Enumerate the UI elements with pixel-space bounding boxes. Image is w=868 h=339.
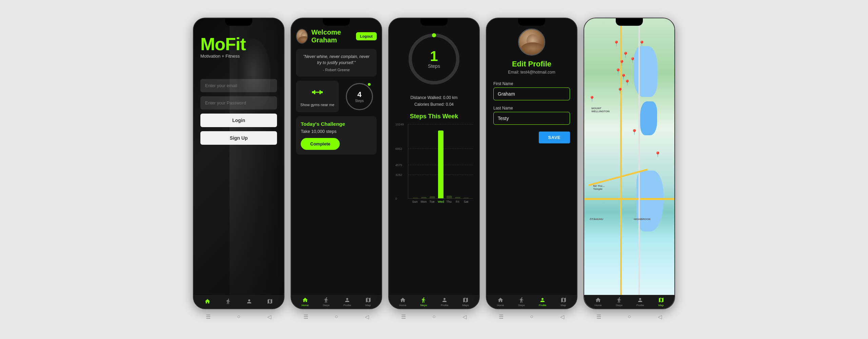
nav4-steps[interactable]: Steps: [518, 297, 525, 307]
android-back-2[interactable]: ◁: [363, 313, 371, 320]
map-label-otahuhu: ŌTĀHUHU: [590, 218, 603, 221]
android-back-5[interactable]: ◁: [656, 313, 664, 320]
challenge-text: Take 10,000 steps: [301, 129, 372, 134]
map-pin-11[interactable]: 📍: [617, 87, 624, 94]
chart-bars: [408, 124, 473, 198]
android-home-2[interactable]: ○: [333, 313, 340, 320]
map-pin-6[interactable]: 📍: [629, 57, 636, 63]
map-pin-10[interactable]: 📍: [654, 151, 661, 158]
gym-card[interactable]: Show gyms near me: [296, 81, 339, 112]
phone3-wrapper: 1 Steps Distance Walked: 0.00 km Calorie…: [388, 18, 480, 321]
android-nav-2: ☰ ○ ◁: [291, 312, 382, 321]
nav2-steps[interactable]: Steps: [323, 297, 330, 307]
profile-form: First Name Last Name SAVE: [493, 81, 570, 143]
bottom-nav-3: Home Steps Profile Maps: [389, 295, 479, 308]
road-horizontal: [584, 198, 674, 200]
svg-point-7: [432, 33, 436, 37]
map-pin-2[interactable]: 📍: [622, 52, 629, 58]
map-view[interactable]: MOUNTWELLINGTON ŌTĀHUHU HIGHBROOK NZ The…: [584, 18, 674, 295]
nav3-profile[interactable]: Profile: [441, 297, 449, 307]
bottom-nav-5: Home Steps Profile Map: [584, 295, 674, 308]
first-name-input[interactable]: [493, 87, 570, 100]
android-home-4[interactable]: ○: [528, 313, 535, 320]
nav3-steps[interactable]: Steps: [420, 297, 427, 307]
day-wed: Wed: [438, 200, 443, 203]
email-input[interactable]: [200, 79, 277, 92]
day-sat: Sat: [463, 200, 469, 203]
android-home[interactable]: ○: [235, 313, 242, 320]
map-pin-12[interactable]: 📍: [620, 74, 627, 80]
complete-button[interactable]: Complete: [301, 138, 340, 150]
challenge-title: Today's Challenge: [301, 121, 372, 127]
bar-mon: [421, 124, 427, 198]
water-body-3: [636, 171, 664, 232]
calories-text: Calories Burned: 0.04: [411, 101, 458, 108]
screens-container: MoFit Motivation + Fitness Login Sign Up: [186, 11, 682, 328]
last-name-input[interactable]: [493, 112, 570, 125]
quote-card: "Never whine, never complain, never try …: [296, 49, 377, 77]
nav4-profile[interactable]: Profile: [539, 297, 547, 307]
home-header: Welcome Graham Logout: [296, 28, 377, 44]
android-nav-1: ☰ ○ ◁: [193, 312, 284, 321]
nav3-home[interactable]: Home: [399, 297, 406, 307]
steps-label-small: Steps: [355, 99, 364, 103]
android-back[interactable]: ◁: [265, 313, 273, 320]
svg-rect-3: [319, 90, 321, 94]
map-pin-9[interactable]: 📍: [631, 129, 638, 135]
nav-map[interactable]: [267, 298, 273, 305]
android-back-4[interactable]: ◁: [558, 313, 566, 320]
middle-section: Show gyms near me 4 Steps: [296, 81, 377, 112]
nav5-map[interactable]: Map: [658, 297, 664, 307]
map-pin-7[interactable]: 📍: [638, 40, 645, 47]
android-menu-2[interactable]: ☰: [302, 313, 310, 320]
gym-label: Show gyms near me: [300, 103, 334, 107]
signup-button[interactable]: Sign Up: [200, 131, 277, 145]
day-thu: Thu: [446, 200, 452, 203]
steps-stats: Distance Walked: 0.00 km Calories Burned…: [411, 94, 458, 108]
nav4-map[interactable]: Map: [560, 297, 567, 307]
nav-home[interactable]: [204, 298, 211, 305]
profile-avatar: [518, 28, 545, 56]
save-button[interactable]: SAVE: [539, 132, 570, 143]
nav2-profile[interactable]: Profile: [343, 297, 351, 307]
android-back-3[interactable]: ◁: [461, 313, 468, 320]
app-tagline: Motivation + Fitness: [200, 54, 240, 59]
quote-author: - Robert Greene: [301, 68, 372, 72]
android-home-5[interactable]: ○: [626, 313, 633, 320]
nav5-home[interactable]: Home: [594, 297, 601, 307]
map-pin-1[interactable]: 📍: [613, 40, 620, 47]
gym-icon: [311, 86, 323, 101]
user-avatar: [296, 29, 308, 44]
nav5-steps[interactable]: Steps: [616, 297, 623, 307]
nav-profile[interactable]: [246, 298, 252, 305]
map-pin-8[interactable]: 📍: [589, 96, 595, 102]
bar-sat: [463, 124, 469, 198]
nav5-profile[interactable]: Profile: [636, 297, 644, 307]
logout-button[interactable]: Logout: [356, 32, 377, 40]
nav-steps[interactable]: [225, 298, 231, 305]
nav2-home[interactable]: Home: [301, 297, 309, 307]
login-button[interactable]: Login: [200, 114, 277, 127]
nav3-map[interactable]: Maps: [462, 297, 469, 307]
android-nav-4: ☰ ○ ◁: [486, 312, 577, 321]
bottom-nav-4: Home Steps Profile Map: [487, 295, 577, 308]
android-menu-4[interactable]: ☰: [497, 313, 505, 320]
svg-rect-2: [314, 90, 315, 94]
notch5: [616, 18, 643, 26]
nav4-home[interactable]: Home: [497, 297, 504, 307]
chart-day-labels: Sun Mon Tue Wed Thu Fri Sat: [408, 199, 473, 203]
phone-map: 13:40 📶 📡 🔋: [584, 18, 675, 309]
nav2-map[interactable]: Map: [365, 297, 371, 307]
map-pin-5[interactable]: 📍: [624, 79, 631, 86]
android-menu-5[interactable]: ☰: [595, 313, 603, 320]
map-pin-3[interactable]: 📍: [618, 60, 625, 66]
first-name-label: First Name: [493, 81, 570, 86]
android-home-3[interactable]: ○: [430, 313, 438, 320]
android-menu[interactable]: ☰: [204, 313, 212, 320]
notch4: [518, 18, 545, 26]
password-input[interactable]: [200, 96, 277, 109]
profile-email: Email: test4@hotmail.com: [508, 70, 555, 75]
android-menu-3[interactable]: ☰: [400, 313, 407, 320]
day-fri: Fri: [455, 200, 460, 203]
phone-steps: 1 Steps Distance Walked: 0.00 km Calorie…: [388, 18, 480, 309]
